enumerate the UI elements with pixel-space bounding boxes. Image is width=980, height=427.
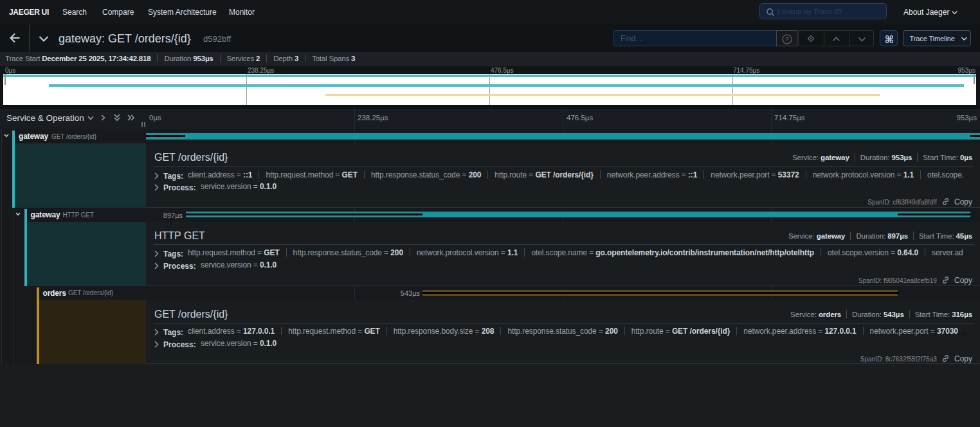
svg-text:?: ?	[785, 35, 788, 42]
